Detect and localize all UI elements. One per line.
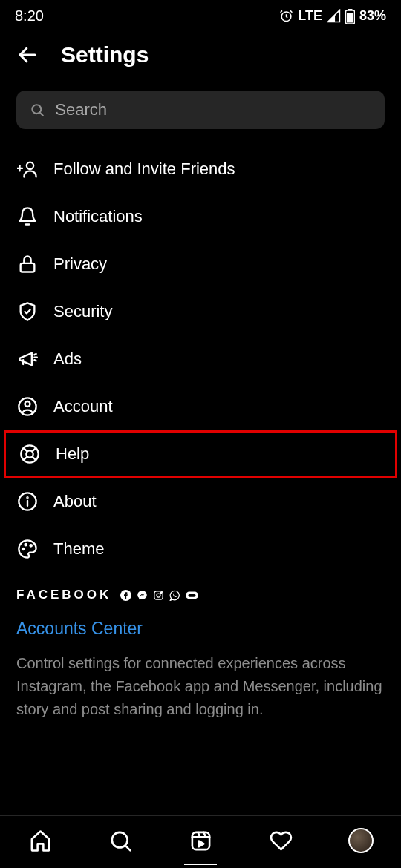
page-title: Settings — [61, 42, 149, 68]
megaphone-icon — [16, 349, 39, 369]
facebook-label: FACEBOOK — [16, 588, 111, 602]
menu-label: Help — [56, 444, 89, 464]
menu-label: Security — [53, 302, 112, 321]
menu-item-privacy[interactable]: Privacy — [0, 240, 401, 288]
search-icon — [30, 102, 45, 118]
menu-item-security[interactable]: Security — [0, 288, 401, 335]
back-icon[interactable] — [16, 44, 39, 66]
user-circle-icon — [16, 396, 39, 417]
oculus-icon — [186, 591, 198, 599]
facebook-icon — [120, 590, 131, 601]
shield-icon — [16, 301, 39, 322]
svg-rect-3 — [347, 13, 353, 23]
nav-home[interactable] — [26, 826, 54, 855]
accounts-center-link[interactable]: Accounts Center — [0, 602, 401, 639]
status-battery: 83% — [359, 8, 386, 24]
whatsapp-icon — [169, 590, 180, 601]
info-icon — [16, 491, 39, 512]
menu-item-about[interactable]: About — [0, 478, 401, 525]
menu-item-notifications[interactable]: Notifications — [0, 193, 401, 240]
signal-icon — [327, 9, 341, 23]
bottom-nav — [0, 815, 401, 868]
menu-label: Account — [53, 397, 113, 416]
palette-icon — [16, 539, 39, 559]
svg-line-19 — [33, 457, 36, 461]
svg-line-13 — [34, 360, 36, 361]
svg-line-21 — [24, 457, 27, 461]
svg-point-15 — [25, 401, 30, 407]
menu-item-theme[interactable]: Theme — [0, 525, 401, 573]
search-box[interactable] — [16, 91, 385, 129]
status-bar: 8:20 LTE 83% — [0, 0, 401, 29]
svg-line-20 — [33, 448, 36, 452]
battery-icon — [345, 9, 355, 24]
nav-activity[interactable] — [267, 826, 295, 855]
heart-icon — [270, 829, 293, 852]
nav-profile[interactable] — [347, 826, 375, 855]
svg-line-35 — [125, 845, 129, 849]
home-icon — [29, 829, 52, 852]
svg-line-6 — [40, 112, 43, 115]
alarm-icon — [279, 9, 293, 23]
svg-rect-36 — [192, 832, 209, 849]
facebook-app-icons — [120, 590, 198, 601]
svg-rect-33 — [189, 594, 196, 596]
messenger-icon — [137, 590, 148, 601]
facebook-section: FACEBOOK — [0, 573, 401, 602]
status-time: 8:20 — [15, 7, 44, 24]
add-person-icon — [16, 159, 39, 180]
settings-menu: Follow and Invite Friends Notifications … — [0, 145, 401, 573]
menu-item-follow[interactable]: Follow and Invite Friends — [0, 145, 401, 193]
menu-label: Theme — [53, 539, 104, 559]
svg-line-18 — [24, 448, 27, 452]
reels-icon — [189, 829, 212, 852]
nav-reels[interactable] — [186, 826, 215, 855]
search-icon — [109, 829, 132, 852]
lock-icon — [16, 254, 39, 274]
svg-point-24 — [27, 497, 27, 498]
svg-rect-10 — [21, 263, 35, 272]
menu-item-help[interactable]: Help — [4, 430, 397, 478]
nav-search[interactable] — [106, 826, 134, 855]
svg-point-26 — [25, 544, 27, 545]
menu-label: Privacy — [53, 254, 107, 274]
svg-point-30 — [157, 594, 160, 597]
svg-point-25 — [22, 548, 24, 550]
menu-label: Notifications — [53, 207, 143, 226]
instagram-icon — [153, 590, 164, 601]
header: Settings — [0, 29, 401, 86]
accounts-center-description: Control settings for connected experienc… — [0, 639, 401, 721]
lifebuoy-icon — [19, 444, 41, 464]
status-right: LTE 83% — [279, 8, 386, 24]
svg-point-7 — [27, 162, 33, 169]
nav-active-indicator — [184, 864, 217, 865]
svg-line-11 — [34, 354, 36, 355]
menu-label: About — [53, 492, 97, 511]
menu-label: Ads — [53, 349, 82, 369]
menu-item-account[interactable]: Account — [0, 383, 401, 430]
bell-icon — [16, 206, 39, 227]
svg-point-27 — [30, 545, 32, 546]
avatar-icon — [348, 828, 374, 853]
menu-item-ads[interactable]: Ads — [0, 335, 401, 383]
status-network: LTE — [298, 8, 322, 24]
svg-point-31 — [161, 592, 162, 593]
menu-label: Follow and Invite Friends — [53, 160, 235, 179]
search-input[interactable] — [55, 100, 371, 119]
